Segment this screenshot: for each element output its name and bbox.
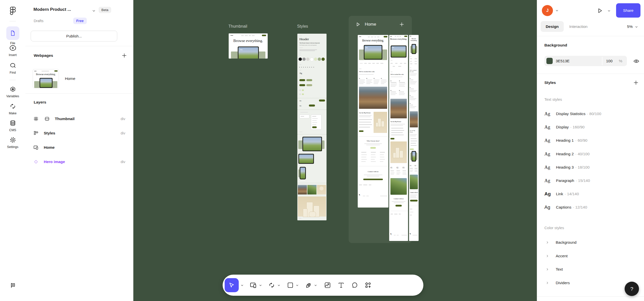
color-dot — [310, 58, 314, 61]
sidebar-item-insert[interactable]: Insert — [0, 44, 25, 57]
shape-tool-chevron-icon[interactable] — [296, 284, 299, 287]
sidebar-item-cms[interactable]: CMS — [0, 119, 25, 132]
divider — [25, 93, 133, 94]
text-style-row[interactable]: Ag Display · 160/90 — [537, 120, 644, 134]
webpages-header: Webpages — [34, 53, 53, 58]
color-style-row-text[interactable]: Text — [537, 263, 644, 276]
webpage-name: Home — [65, 76, 75, 81]
styles-frame[interactable]: Header This Product feature is the most … — [297, 34, 327, 220]
photo-aerial — [410, 175, 418, 189]
zoom-level[interactable]: 5% — [627, 24, 633, 29]
title-chevron-down-icon[interactable] — [92, 9, 96, 13]
pen-tool-chevron-icon[interactable] — [314, 284, 317, 287]
help-button[interactable]: ? — [625, 282, 639, 296]
layer-row-home[interactable]: Home — [25, 141, 133, 154]
frame-tool-button[interactable] — [250, 281, 257, 289]
right-panel: J Share Design Interaction 5% Background… — [537, 0, 644, 301]
image-tool-button[interactable] — [324, 282, 331, 289]
style-sample: Ag — [544, 178, 556, 183]
avatar-chevron-icon[interactable] — [555, 9, 559, 12]
find-icon — [9, 62, 17, 69]
visibility-eye-icon[interactable] — [633, 58, 639, 64]
opacity-field[interactable]: 100 — [606, 59, 613, 63]
pen-tool-button[interactable] — [305, 282, 312, 289]
console-button[interactable] — [0, 282, 25, 289]
text-style-row[interactable]: Ag Heading 1 · 60/90 — [537, 134, 644, 147]
make-tool-chevron-icon[interactable] — [277, 284, 280, 287]
layer-tag: div — [120, 117, 125, 121]
dot-row — [299, 67, 314, 68]
add-style-icon[interactable] — [633, 80, 639, 86]
layer-row-styles[interactable]: Styles div — [25, 127, 133, 140]
photo-cylinders — [298, 196, 326, 217]
make-icon — [268, 281, 275, 289]
text-style-row[interactable]: Ag Link · 14/140 — [537, 187, 644, 200]
home-mobile-preview[interactable]: Browse everything. We've cracked the cod… — [409, 35, 419, 241]
background-color-row: 3E513E 100 % — [544, 56, 627, 66]
preview-play-icon[interactable] — [596, 7, 603, 14]
text-style-row[interactable]: Ag Heading 3 · 18/100 — [537, 161, 644, 174]
color-dot — [318, 58, 321, 61]
play-page-icon[interactable] — [355, 22, 361, 27]
shape-tool-button[interactable] — [287, 282, 294, 289]
text-style-row[interactable]: Ag Heading 2 · 40/100 — [537, 147, 644, 161]
zoom-chevron-icon[interactable] — [635, 25, 638, 29]
frame-label-thumbnail[interactable]: Thumbnail — [228, 24, 247, 29]
home-frame-label[interactable]: Home — [365, 22, 376, 27]
text-style-row[interactable]: Ag Captions · 12/140 — [537, 200, 644, 214]
sidebar-item-settings[interactable]: Settings — [0, 136, 25, 149]
sidebar-item-make[interactable]: Make — [0, 103, 25, 115]
project-title[interactable]: Modern Product ... — [33, 7, 71, 12]
add-breakpoint-icon[interactable] — [399, 22, 405, 27]
color-hex-field[interactable]: 3E513E — [556, 59, 570, 63]
preview-chevron-icon[interactable] — [607, 9, 611, 13]
avatar[interactable]: J — [542, 5, 553, 16]
rail-label-settings: Settings — [7, 145, 18, 149]
canvas[interactable]: Thumbnail Browse everything. 78% Styles … — [134, 0, 537, 301]
plan-badge[interactable]: Free — [73, 18, 87, 24]
color-dot — [314, 58, 317, 61]
tab-design[interactable]: Design — [541, 21, 564, 32]
sidebar-item-file[interactable]: File — [0, 26, 25, 45]
figma-logo[interactable] — [0, 6, 25, 16]
text-style-row[interactable]: Ag Paragraph · 15/140 — [537, 174, 644, 187]
home-tablet-preview[interactable]: Browse everything. 78% We've cracked the… — [389, 35, 408, 241]
text-tool-button[interactable] — [338, 282, 345, 289]
tab-interaction[interactable]: Interaction — [569, 24, 587, 29]
thumbnail-frame[interactable]: Browse everything. 78% — [229, 33, 268, 59]
color-style-row-accent[interactable]: Accent — [537, 249, 644, 263]
cursor-tool-chevron-icon[interactable] — [240, 284, 244, 287]
add-page-icon[interactable] — [121, 53, 127, 59]
actions-tool-button[interactable] — [364, 281, 372, 289]
layer-row-hero-image[interactable]: Hero image div — [25, 155, 133, 168]
publish-button[interactable]: Publish... — [31, 31, 117, 41]
image-icon — [324, 282, 331, 289]
comment-tool-button[interactable] — [351, 282, 358, 289]
home-page-frame[interactable]: Home Browse everything. 78% We've cracke… — [349, 16, 412, 243]
cursor-tool-button[interactable] — [225, 278, 239, 292]
home-desktop-preview[interactable]: Browse everything. 78% We've cracked the… — [358, 35, 388, 208]
frame-label-styles[interactable]: Styles — [297, 24, 308, 29]
photo-mountains — [298, 185, 307, 194]
color-style-name: Text — [556, 267, 563, 272]
style-name: Heading 2 — [556, 152, 574, 156]
style-spec: · 160/90 — [570, 125, 585, 129]
webpage-thumbnail: Browse everything. — [33, 69, 59, 88]
color-swatch[interactable] — [546, 58, 553, 64]
settings-icon — [9, 136, 17, 144]
variables-icon — [9, 85, 17, 93]
sidebar-item-find[interactable]: Find — [0, 62, 25, 74]
share-button[interactable]: Share — [616, 3, 640, 18]
breadcrumb[interactable]: Drafts — [34, 19, 44, 23]
figma-logo-icon — [10, 6, 16, 16]
photo-aerial — [390, 178, 407, 195]
text-style-row[interactable]: Ag Display Statistics · 80/100 — [537, 107, 644, 120]
frame-tool-chevron-icon[interactable] — [259, 284, 262, 287]
divider — [25, 46, 133, 46]
make-tool-button[interactable] — [268, 281, 275, 289]
sidebar-item-variables[interactable]: Variables — [0, 85, 25, 98]
layer-row-thumbnail[interactable]: Thumbnail div — [25, 112, 133, 125]
webpage-item-home[interactable]: Browse everything. Home — [33, 67, 126, 90]
style-name: Paragraph — [556, 178, 574, 183]
color-style-row-background[interactable]: Background — [537, 236, 644, 249]
